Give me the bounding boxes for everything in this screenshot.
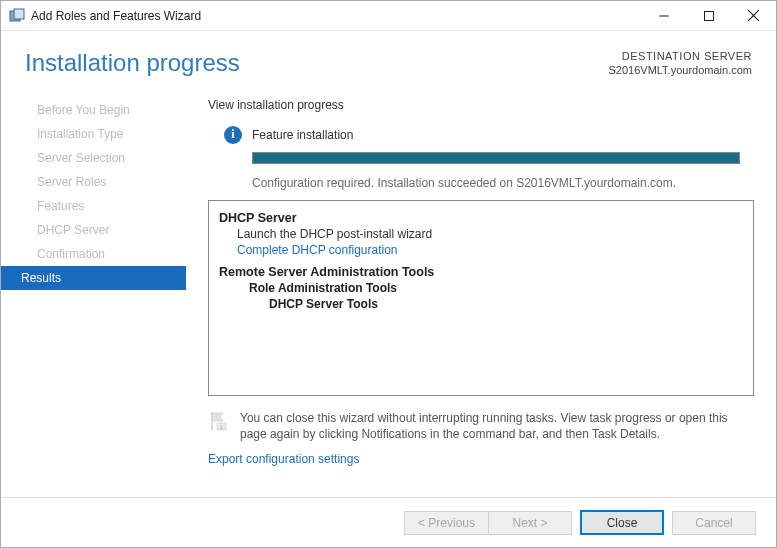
export-config-link[interactable]: Export configuration settings	[208, 452, 756, 466]
info-icon: i	[224, 126, 242, 144]
destination-info: DESTINATION SERVER S2016VMLT.yourdomain.…	[609, 49, 752, 78]
app-icon	[9, 8, 25, 24]
sidebar: Before You Begin Installation Type Serve…	[1, 92, 186, 497]
window-title: Add Roles and Features Wizard	[31, 9, 201, 23]
view-progress-label: View installation progress	[208, 98, 756, 112]
feature-installation-text: Feature installation	[252, 128, 353, 142]
maximize-button[interactable]	[686, 1, 731, 30]
minimize-button[interactable]	[641, 1, 686, 30]
content-area: View installation progress i Feature ins…	[186, 92, 776, 497]
destination-server: S2016VMLT.yourdomain.com	[609, 63, 752, 77]
sidebar-item-server-roles: Server Roles	[1, 170, 186, 194]
details-role-admin-tools: Role Administration Tools	[219, 281, 743, 295]
next-button: Next >	[488, 511, 572, 535]
destination-label: DESTINATION SERVER	[609, 49, 752, 63]
main-row: Before You Begin Installation Type Serve…	[1, 84, 776, 497]
nav-button-group: < Previous Next >	[404, 511, 572, 535]
status-text: Configuration required. Installation suc…	[252, 176, 740, 190]
details-group-rsat: Remote Server Administration Tools	[219, 265, 743, 279]
details-dhcp-launch: Launch the DHCP post-install wizard	[219, 227, 743, 241]
page-title: Installation progress	[25, 49, 609, 77]
details-box: DHCP Server Launch the DHCP post-install…	[208, 200, 754, 396]
header-row: Installation progress DESTINATION SERVER…	[1, 31, 776, 84]
sidebar-item-server-selection: Server Selection	[1, 146, 186, 170]
wizard-window: Add Roles and Features Wizard Installati…	[0, 0, 777, 548]
sidebar-item-confirmation: Confirmation	[1, 242, 186, 266]
details-group-dhcp: DHCP Server	[219, 211, 743, 225]
wizard-body: Installation progress DESTINATION SERVER…	[1, 31, 776, 547]
progress-bar-wrap	[252, 152, 740, 164]
sidebar-item-dhcp-server: DHCP Server	[1, 218, 186, 242]
svg-rect-1	[14, 9, 24, 19]
svg-rect-3	[704, 11, 713, 20]
sidebar-item-before-you-begin: Before You Begin	[1, 98, 186, 122]
close-button[interactable]: Close	[580, 510, 664, 535]
sidebar-item-features: Features	[1, 194, 186, 218]
note-text: You can close this wizard without interr…	[240, 410, 754, 442]
sidebar-item-results[interactable]: Results	[1, 266, 186, 290]
note-row: 1 You can close this wizard without inte…	[208, 410, 754, 442]
cancel-button: Cancel	[672, 511, 756, 535]
footer: < Previous Next > Close Cancel	[1, 497, 776, 547]
previous-button: < Previous	[404, 511, 488, 535]
feature-installation-line: i Feature installation	[224, 126, 756, 144]
sidebar-item-installation-type: Installation Type	[1, 122, 186, 146]
titlebar: Add Roles and Features Wizard	[1, 1, 776, 31]
details-dhcp-server-tools: DHCP Server Tools	[219, 297, 743, 311]
close-window-button[interactable]	[731, 1, 776, 30]
progress-bar	[252, 152, 740, 164]
flag-notification-icon: 1	[208, 410, 230, 432]
complete-dhcp-config-link[interactable]: Complete DHCP configuration	[219, 243, 743, 257]
